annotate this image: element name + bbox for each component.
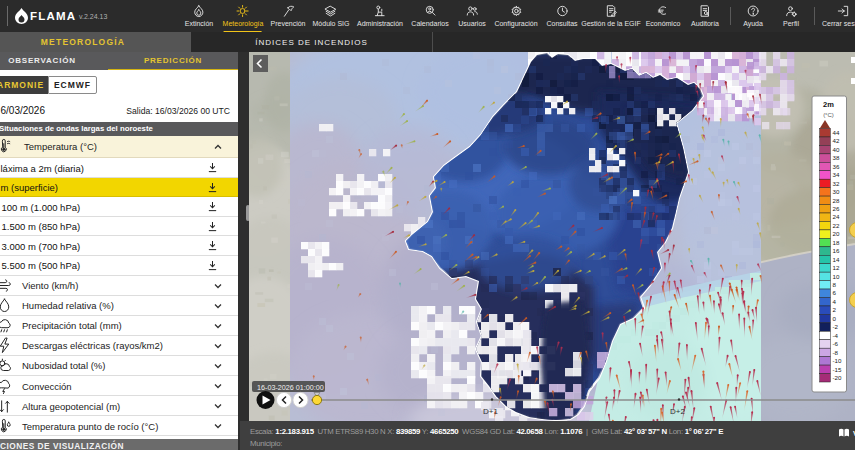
svg-text:20: 20 — [833, 230, 840, 237]
svg-text:44: 44 — [833, 129, 840, 136]
svg-text:30: 30 — [833, 188, 840, 195]
svg-text:14: 14 — [833, 256, 840, 263]
svg-text:40: 40 — [833, 146, 840, 153]
svg-text:34: 34 — [833, 171, 840, 178]
svg-text:-15: -15 — [833, 366, 843, 373]
svg-text:-20: -20 — [833, 374, 843, 381]
svg-text:4: 4 — [833, 298, 837, 305]
svg-text:42: 42 — [833, 137, 840, 144]
svg-text:2: 2 — [833, 306, 837, 313]
svg-text:12: 12 — [833, 264, 840, 271]
svg-text:16-03-2026 01:00:00: 16-03-2026 01:00:00 — [257, 383, 324, 392]
svg-text:D+1: D+1 — [483, 407, 498, 416]
svg-text:36: 36 — [833, 163, 840, 170]
svg-text:10: 10 — [833, 273, 840, 280]
svg-text:(°C): (°C) — [823, 112, 834, 118]
svg-text:32: 32 — [833, 180, 840, 187]
svg-text:26: 26 — [833, 205, 840, 212]
svg-text:28: 28 — [833, 197, 840, 204]
svg-text:0: 0 — [833, 315, 837, 322]
svg-text:24: 24 — [833, 213, 840, 220]
svg-text:-8: -8 — [833, 349, 839, 356]
svg-text:D+2: D+2 — [670, 407, 685, 416]
svg-text:16: 16 — [833, 247, 840, 254]
svg-text:-10: -10 — [833, 357, 843, 364]
svg-text:-6: -6 — [833, 340, 839, 347]
svg-text:-4: -4 — [833, 332, 839, 339]
svg-text:6: 6 — [833, 289, 837, 296]
svg-text:18: 18 — [833, 239, 840, 246]
svg-text:8: 8 — [833, 281, 837, 288]
svg-text:-2: -2 — [833, 323, 839, 330]
svg-text:22: 22 — [833, 222, 840, 229]
svg-text:38: 38 — [833, 154, 840, 161]
svg-text:2m: 2m — [823, 100, 834, 109]
